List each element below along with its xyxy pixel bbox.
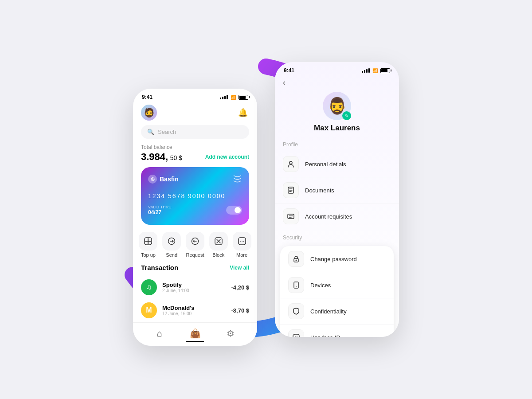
- card-footer: VALID THRU 04/27: [148, 205, 242, 215]
- send-label: Send: [166, 252, 177, 258]
- profile-section-label: Profile: [275, 140, 399, 151]
- contactless-icon: ))): [234, 175, 243, 183]
- account-requisites-label: Account requisites: [305, 213, 352, 220]
- svg-point-9: [243, 241, 244, 242]
- personal-details-label: Personal detials: [305, 161, 346, 168]
- balance-amount: 3.984, 50 $: [141, 151, 182, 163]
- svg-rect-17: [293, 334, 299, 337]
- nav-wallet[interactable]: 👜: [187, 327, 203, 340]
- spotify-amount: -4,20 $: [231, 284, 249, 291]
- documents-label: Documents: [305, 187, 334, 194]
- topup-button[interactable]: Top up: [139, 232, 157, 258]
- confidentiality-label: Confidentiality: [310, 308, 347, 315]
- documents-icon: [283, 182, 299, 198]
- mcd-logo: M: [141, 302, 157, 318]
- nav-settings[interactable]: ⚙: [223, 327, 239, 340]
- transaction-header: Transaction View all: [133, 264, 257, 276]
- time-right: 9:41: [284, 67, 294, 74]
- topup-icon: [139, 232, 157, 250]
- more-icon: [233, 232, 251, 250]
- status-icons-left: 📶: [220, 95, 248, 100]
- signal-icon: [220, 95, 228, 99]
- transaction-item-mcd[interactable]: M McDonald's 12 June, 16:00 -8,70 $: [133, 299, 257, 322]
- change-password-icon: [288, 251, 304, 267]
- battery-icon: [239, 95, 248, 100]
- phones-container: 9:41 📶 🧔 🔔 🔍 Search Total balance: [133, 62, 399, 346]
- transaction-title: Transaction: [141, 264, 178, 271]
- request-button[interactable]: Request: [186, 232, 204, 258]
- card-number: 1234 5678 9000 0000: [148, 192, 242, 200]
- menu-account-requisites[interactable]: Account requisites: [275, 203, 399, 229]
- personal-details-icon: [283, 156, 299, 172]
- action-buttons: Top up Send Request Block: [133, 232, 257, 264]
- add-account-button[interactable]: Add new account: [205, 154, 249, 160]
- search-icon: 🔍: [147, 129, 154, 135]
- devices-label: Devices: [310, 282, 331, 289]
- wifi-icon: 📶: [231, 95, 236, 100]
- face-id-label: Use face ID: [310, 334, 340, 337]
- status-bar-right: 9:41 📶: [275, 62, 399, 76]
- right-phone: 9:41 📶 ‹ 🧔‍♂️ ✎ Max Laurens P: [275, 62, 399, 337]
- block-label: Block: [212, 252, 224, 258]
- bank-card: ◎ Basfin ))) 1234 5678 9000 0000 VALID T…: [141, 167, 249, 225]
- transaction-info-mcd: McDonald's 12 June, 16:00: [162, 305, 226, 316]
- card-valid-thru: VALID THRU 04/27: [148, 205, 172, 215]
- menu-change-password[interactable]: Change password: [280, 246, 394, 272]
- profile-menu: Personal detials Documents Account requi…: [275, 151, 399, 229]
- menu-documents[interactable]: Documents: [275, 177, 399, 203]
- signal-icon-right: [362, 68, 370, 73]
- search-bar[interactable]: 🔍 Search: [141, 125, 249, 139]
- security-card: Change password Devices Confidentiality …: [280, 246, 394, 337]
- more-label: More: [236, 252, 247, 258]
- menu-devices[interactable]: Devices: [280, 272, 394, 298]
- nav-indicator: [186, 341, 204, 342]
- nav-home[interactable]: ⌂: [152, 327, 168, 340]
- wifi-icon-right: 📶: [372, 68, 378, 73]
- search-placeholder: Search: [158, 129, 176, 135]
- menu-face-id[interactable]: Use face ID: [280, 325, 394, 337]
- mcd-amount: -8,70 $: [231, 307, 249, 314]
- request-icon: [186, 232, 204, 250]
- send-icon: [162, 232, 181, 250]
- block-button[interactable]: Block: [209, 232, 228, 258]
- request-label: Request: [186, 252, 204, 258]
- svg-rect-1: [148, 238, 149, 244]
- view-all-button[interactable]: View all: [230, 265, 249, 271]
- balance-row: 3.984, 50 $ Add new account: [141, 151, 249, 163]
- card-toggle[interactable]: [226, 206, 242, 215]
- confidentiality-icon: [288, 303, 304, 319]
- security-section-label: Security: [275, 233, 399, 244]
- topup-label: Top up: [141, 252, 156, 258]
- back-button[interactable]: ‹: [283, 78, 286, 87]
- balance-label: Total balance: [141, 144, 249, 150]
- avatar[interactable]: 🧔: [141, 105, 157, 121]
- profile-name: Max Laurens: [314, 124, 360, 133]
- card-logo: ◎: [148, 175, 157, 184]
- more-button[interactable]: More: [233, 232, 251, 258]
- send-button[interactable]: Send: [162, 232, 181, 258]
- block-icon: [209, 232, 228, 250]
- menu-confidentiality[interactable]: Confidentiality: [280, 298, 394, 325]
- menu-personal-details[interactable]: Personal detials: [275, 151, 399, 177]
- svg-point-18: [295, 336, 296, 337]
- left-phone: 9:41 📶 🧔 🔔 🔍 Search Total balance: [133, 89, 257, 346]
- svg-point-19: [297, 336, 297, 337]
- status-bar-left: 9:41 📶: [133, 89, 257, 103]
- svg-point-8: [242, 241, 243, 242]
- change-password-label: Change password: [310, 256, 357, 262]
- notification-bell-icon[interactable]: 🔔: [237, 106, 249, 119]
- profile-avatar-section: 🧔‍♂️ ✎ Max Laurens: [275, 92, 399, 140]
- devices-icon: [288, 277, 304, 293]
- face-id-icon: [288, 329, 304, 337]
- transaction-item-spotify[interactable]: ♫ Spotify 2 June, 14:00 -4,20 $: [133, 276, 257, 299]
- time-left: 9:41: [142, 94, 153, 100]
- status-icons-right: 📶: [362, 68, 390, 73]
- svg-point-10: [289, 161, 292, 164]
- edit-badge[interactable]: ✎: [342, 111, 351, 120]
- spotify-logo: ♫: [141, 279, 157, 295]
- card-header: ◎ Basfin ))): [148, 174, 242, 184]
- balance-section: Total balance 3.984, 50 $ Add new accoun…: [133, 144, 257, 167]
- profile-avatar: 🧔‍♂️ ✎: [323, 92, 351, 120]
- svg-point-14: [296, 260, 297, 261]
- transaction-info-spotify: Spotify 2 June, 14:00: [162, 282, 226, 293]
